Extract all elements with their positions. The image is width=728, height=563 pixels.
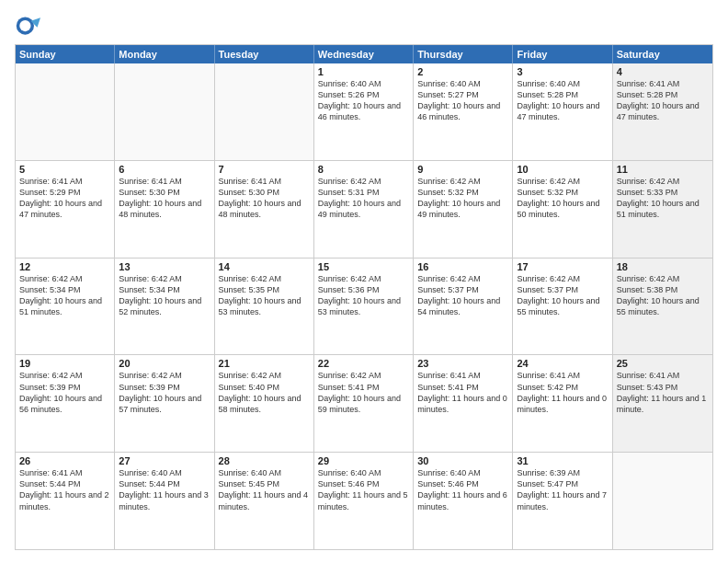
cell-info: Sunrise: 6:42 AM Sunset: 5:32 PM Dayligh… — [417, 176, 508, 221]
day-number: 31 — [517, 455, 608, 466]
day-number: 24 — [517, 358, 608, 369]
calendar-cell: 30Sunrise: 6:40 AM Sunset: 5:46 PM Dayli… — [414, 453, 513, 549]
cell-info: Sunrise: 6:42 AM Sunset: 5:38 PM Dayligh… — [617, 273, 709, 318]
day-number: 14 — [219, 261, 310, 272]
cell-info: Sunrise: 6:40 AM Sunset: 5:46 PM Dayligh… — [417, 467, 508, 512]
cell-info: Sunrise: 6:40 AM Sunset: 5:45 PM Dayligh… — [219, 467, 310, 512]
calendar-cell: 19Sunrise: 6:42 AM Sunset: 5:39 PM Dayli… — [16, 355, 115, 452]
cell-info: Sunrise: 6:40 AM Sunset: 5:26 PM Dayligh… — [318, 78, 409, 123]
calendar-page: SundayMondayTuesdayWednesdayThursdayFrid… — [0, 0, 728, 563]
calendar-header: SundayMondayTuesdayWednesdayThursdayFrid… — [16, 45, 712, 63]
calendar-cell — [215, 63, 314, 160]
logo-icon — [15, 13, 40, 39]
day-number: 12 — [19, 261, 110, 272]
header-cell-thursday: Thursday — [414, 45, 513, 63]
cell-info: Sunrise: 6:42 AM Sunset: 5:34 PM Dayligh… — [19, 273, 110, 318]
cell-info: Sunrise: 6:42 AM Sunset: 5:31 PM Dayligh… — [318, 176, 409, 221]
day-number: 17 — [517, 261, 608, 272]
cell-info: Sunrise: 6:42 AM Sunset: 5:35 PM Dayligh… — [219, 273, 310, 318]
calendar-cell: 17Sunrise: 6:42 AM Sunset: 5:37 PM Dayli… — [513, 259, 612, 355]
header-cell-monday: Monday — [115, 45, 214, 63]
cell-info: Sunrise: 6:41 AM Sunset: 5:42 PM Dayligh… — [517, 370, 608, 415]
calendar-cell: 31Sunrise: 6:39 AM Sunset: 5:47 PM Dayli… — [513, 453, 612, 549]
calendar-cell: 15Sunrise: 6:42 AM Sunset: 5:36 PM Dayli… — [314, 259, 414, 355]
day-number: 16 — [417, 261, 508, 272]
calendar: SundayMondayTuesdayWednesdayThursdayFrid… — [15, 44, 713, 550]
day-number: 10 — [517, 164, 608, 175]
day-number: 27 — [119, 455, 210, 466]
calendar-cell: 12Sunrise: 6:42 AM Sunset: 5:34 PM Dayli… — [16, 259, 115, 355]
calendar-cell: 2Sunrise: 6:40 AM Sunset: 5:27 PM Daylig… — [414, 63, 513, 160]
cell-info: Sunrise: 6:40 AM Sunset: 5:28 PM Dayligh… — [517, 78, 608, 123]
calendar-cell: 28Sunrise: 6:40 AM Sunset: 5:45 PM Dayli… — [215, 453, 314, 549]
header-cell-wednesday: Wednesday — [314, 45, 414, 63]
cell-info: Sunrise: 6:41 AM Sunset: 5:44 PM Dayligh… — [19, 467, 110, 512]
cell-info: Sunrise: 6:42 AM Sunset: 5:32 PM Dayligh… — [517, 176, 608, 221]
header-cell-saturday: Saturday — [613, 45, 712, 63]
day-number: 8 — [318, 164, 409, 175]
calendar-cell: 14Sunrise: 6:42 AM Sunset: 5:35 PM Dayli… — [215, 259, 314, 355]
calendar-cell: 18Sunrise: 6:42 AM Sunset: 5:38 PM Dayli… — [613, 259, 712, 355]
day-number: 11 — [617, 164, 709, 175]
logo — [15, 13, 44, 39]
day-number: 9 — [417, 164, 508, 175]
calendar-cell — [115, 63, 214, 160]
day-number: 19 — [19, 358, 110, 369]
cell-info: Sunrise: 6:40 AM Sunset: 5:46 PM Dayligh… — [318, 467, 409, 512]
cell-info: Sunrise: 6:41 AM Sunset: 5:30 PM Dayligh… — [119, 176, 210, 221]
calendar-row-2: 5Sunrise: 6:41 AM Sunset: 5:29 PM Daylig… — [16, 161, 712, 259]
header-cell-sunday: Sunday — [16, 45, 115, 63]
calendar-cell: 5Sunrise: 6:41 AM Sunset: 5:29 PM Daylig… — [16, 161, 115, 258]
calendar-cell — [16, 63, 115, 160]
cell-info: Sunrise: 6:42 AM Sunset: 5:34 PM Dayligh… — [119, 273, 210, 318]
day-number: 29 — [318, 455, 409, 466]
header-cell-friday: Friday — [513, 45, 612, 63]
svg-point-1 — [19, 20, 30, 31]
calendar-cell: 4Sunrise: 6:41 AM Sunset: 5:28 PM Daylig… — [613, 63, 712, 160]
calendar-cell: 6Sunrise: 6:41 AM Sunset: 5:30 PM Daylig… — [115, 161, 214, 258]
calendar-cell: 11Sunrise: 6:42 AM Sunset: 5:33 PM Dayli… — [613, 161, 712, 258]
day-number: 26 — [19, 455, 110, 466]
header-cell-tuesday: Tuesday — [215, 45, 314, 63]
day-number: 30 — [417, 455, 508, 466]
header — [15, 13, 713, 39]
day-number: 23 — [417, 358, 508, 369]
calendar-cell: 16Sunrise: 6:42 AM Sunset: 5:37 PM Dayli… — [414, 259, 513, 355]
day-number: 5 — [19, 164, 110, 175]
calendar-row-1: 1Sunrise: 6:40 AM Sunset: 5:26 PM Daylig… — [16, 63, 712, 161]
cell-info: Sunrise: 6:42 AM Sunset: 5:36 PM Dayligh… — [318, 273, 409, 318]
day-number: 18 — [617, 261, 709, 272]
cell-info: Sunrise: 6:39 AM Sunset: 5:47 PM Dayligh… — [517, 467, 608, 512]
day-number: 15 — [318, 261, 409, 272]
calendar-cell: 10Sunrise: 6:42 AM Sunset: 5:32 PM Dayli… — [513, 161, 612, 258]
day-number: 21 — [219, 358, 310, 369]
calendar-cell — [613, 453, 712, 549]
day-number: 13 — [119, 261, 210, 272]
day-number: 1 — [318, 66, 409, 77]
calendar-cell: 8Sunrise: 6:42 AM Sunset: 5:31 PM Daylig… — [314, 161, 414, 258]
day-number: 20 — [119, 358, 210, 369]
calendar-row-4: 19Sunrise: 6:42 AM Sunset: 5:39 PM Dayli… — [16, 355, 712, 453]
cell-info: Sunrise: 6:40 AM Sunset: 5:44 PM Dayligh… — [119, 467, 210, 512]
calendar-row-5: 26Sunrise: 6:41 AM Sunset: 5:44 PM Dayli… — [16, 453, 712, 549]
day-number: 2 — [417, 66, 508, 77]
calendar-cell: 24Sunrise: 6:41 AM Sunset: 5:42 PM Dayli… — [513, 355, 612, 452]
cell-info: Sunrise: 6:42 AM Sunset: 5:39 PM Dayligh… — [19, 370, 110, 415]
cell-info: Sunrise: 6:40 AM Sunset: 5:27 PM Dayligh… — [417, 78, 508, 123]
calendar-cell: 29Sunrise: 6:40 AM Sunset: 5:46 PM Dayli… — [314, 453, 414, 549]
calendar-body: 1Sunrise: 6:40 AM Sunset: 5:26 PM Daylig… — [16, 63, 712, 549]
cell-info: Sunrise: 6:41 AM Sunset: 5:28 PM Dayligh… — [617, 78, 709, 123]
day-number: 22 — [318, 358, 409, 369]
calendar-cell: 21Sunrise: 6:42 AM Sunset: 5:40 PM Dayli… — [215, 355, 314, 452]
calendar-cell: 13Sunrise: 6:42 AM Sunset: 5:34 PM Dayli… — [115, 259, 214, 355]
day-number: 3 — [517, 66, 608, 77]
cell-info: Sunrise: 6:42 AM Sunset: 5:33 PM Dayligh… — [617, 176, 709, 221]
cell-info: Sunrise: 6:41 AM Sunset: 5:41 PM Dayligh… — [417, 370, 508, 415]
day-number: 6 — [119, 164, 210, 175]
cell-info: Sunrise: 6:41 AM Sunset: 5:43 PM Dayligh… — [617, 370, 709, 415]
cell-info: Sunrise: 6:42 AM Sunset: 5:40 PM Dayligh… — [219, 370, 310, 415]
calendar-cell: 23Sunrise: 6:41 AM Sunset: 5:41 PM Dayli… — [414, 355, 513, 452]
cell-info: Sunrise: 6:42 AM Sunset: 5:39 PM Dayligh… — [119, 370, 210, 415]
calendar-cell: 9Sunrise: 6:42 AM Sunset: 5:32 PM Daylig… — [414, 161, 513, 258]
day-number: 4 — [617, 66, 709, 77]
